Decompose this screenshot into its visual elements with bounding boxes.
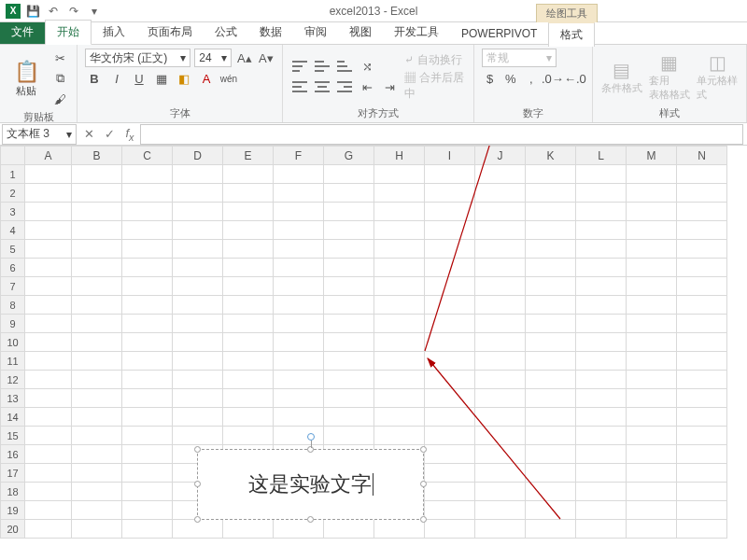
- wrap-text-button[interactable]: ⤶ 自动换行: [404, 52, 461, 68]
- cell[interactable]: [425, 371, 475, 389]
- row-header[interactable]: 1: [1, 165, 25, 184]
- worksheet-grid[interactable]: ABCDEFGHIJKLMN12345678910111213141516171…: [0, 146, 747, 560]
- cell[interactable]: [173, 221, 223, 240]
- orientation-icon[interactable]: ⤭: [358, 57, 376, 76]
- cell[interactable]: [627, 464, 677, 483]
- tab-powerpivot[interactable]: POWERPIVOT: [450, 23, 548, 44]
- cell[interactable]: [324, 427, 374, 445]
- cell[interactable]: [274, 352, 324, 371]
- cell[interactable]: [526, 333, 576, 352]
- cell[interactable]: [25, 315, 72, 333]
- cell[interactable]: [677, 371, 727, 389]
- cell[interactable]: [526, 501, 576, 520]
- cell[interactable]: [374, 427, 425, 445]
- cell[interactable]: [526, 296, 576, 315]
- cell[interactable]: [677, 315, 727, 333]
- cell[interactable]: [223, 259, 274, 277]
- cell[interactable]: [274, 408, 324, 427]
- cell[interactable]: [374, 371, 425, 389]
- align-left-icon[interactable]: [290, 77, 309, 96]
- cell[interactable]: [526, 203, 576, 221]
- cell[interactable]: [324, 277, 374, 296]
- cell[interactable]: [576, 464, 627, 483]
- cell[interactable]: [173, 352, 223, 371]
- align-middle-icon[interactable]: [313, 57, 331, 76]
- cell[interactable]: [526, 240, 576, 259]
- cell[interactable]: [627, 203, 677, 221]
- cell[interactable]: [425, 445, 475, 464]
- undo-icon[interactable]: ↶: [45, 3, 62, 20]
- row-header[interactable]: 20: [1, 520, 25, 539]
- cell[interactable]: [475, 408, 526, 427]
- increase-font-icon[interactable]: A▴: [235, 49, 253, 67]
- cell[interactable]: [72, 408, 122, 427]
- underline-button[interactable]: U: [130, 69, 148, 88]
- cell[interactable]: [25, 408, 72, 427]
- cell[interactable]: [627, 520, 677, 539]
- indent-decrease-icon[interactable]: ⇤: [358, 77, 376, 96]
- cell[interactable]: [324, 315, 374, 333]
- cell[interactable]: [576, 277, 627, 296]
- cell[interactable]: [274, 259, 324, 277]
- fx-icon[interactable]: fx: [120, 124, 140, 145]
- tab-data[interactable]: 数据: [248, 21, 293, 44]
- cell[interactable]: [475, 203, 526, 221]
- cell[interactable]: [677, 483, 727, 501]
- cell[interactable]: [274, 371, 324, 389]
- cell[interactable]: [274, 520, 324, 539]
- phonetic-button[interactable]: wén: [219, 69, 238, 88]
- cell[interactable]: [627, 333, 677, 352]
- cell[interactable]: [223, 352, 274, 371]
- cell[interactable]: [122, 315, 173, 333]
- cell[interactable]: [122, 408, 173, 427]
- cell[interactable]: [25, 483, 72, 501]
- row-header[interactable]: 15: [1, 427, 25, 445]
- cell[interactable]: [25, 221, 72, 240]
- cell[interactable]: [425, 184, 475, 203]
- cell[interactable]: [475, 315, 526, 333]
- cell[interactable]: [173, 259, 223, 277]
- cell[interactable]: [72, 221, 122, 240]
- decrease-font-icon[interactable]: A▾: [257, 49, 275, 67]
- align-right-icon[interactable]: [335, 77, 354, 96]
- cell[interactable]: [425, 408, 475, 427]
- cell[interactable]: [25, 371, 72, 389]
- cell[interactable]: [475, 352, 526, 371]
- table-format-button[interactable]: ▦套用 表格格式: [648, 51, 690, 102]
- cell[interactable]: [274, 315, 324, 333]
- cell[interactable]: [576, 483, 627, 501]
- cell[interactable]: [72, 277, 122, 296]
- cell[interactable]: [526, 389, 576, 408]
- cell[interactable]: [677, 221, 727, 240]
- cell[interactable]: [475, 184, 526, 203]
- cell[interactable]: [677, 352, 727, 371]
- cell[interactable]: [374, 352, 425, 371]
- cell[interactable]: [374, 333, 425, 352]
- cell[interactable]: [173, 203, 223, 221]
- cell[interactable]: [173, 427, 223, 445]
- cell[interactable]: [25, 184, 72, 203]
- cell[interactable]: [324, 520, 374, 539]
- cell[interactable]: [677, 296, 727, 315]
- cell[interactable]: [223, 520, 274, 539]
- bold-button[interactable]: B: [85, 69, 104, 88]
- cell[interactable]: [72, 165, 122, 184]
- cell[interactable]: [25, 464, 72, 483]
- cell[interactable]: [526, 184, 576, 203]
- cell[interactable]: [324, 259, 374, 277]
- cell[interactable]: [475, 464, 526, 483]
- rotate-handle[interactable]: [307, 433, 315, 441]
- cell[interactable]: [425, 240, 475, 259]
- column-header[interactable]: D: [173, 147, 223, 165]
- cell[interactable]: [374, 277, 425, 296]
- cell[interactable]: [677, 277, 727, 296]
- row-header[interactable]: 3: [1, 203, 25, 221]
- cell[interactable]: [223, 221, 274, 240]
- row-header[interactable]: 8: [1, 296, 25, 315]
- row-header[interactable]: 10: [1, 333, 25, 352]
- cell[interactable]: [173, 165, 223, 184]
- cell[interactable]: [576, 520, 627, 539]
- cell[interactable]: [223, 408, 274, 427]
- tab-home[interactable]: 开始: [45, 20, 92, 45]
- cell[interactable]: [475, 371, 526, 389]
